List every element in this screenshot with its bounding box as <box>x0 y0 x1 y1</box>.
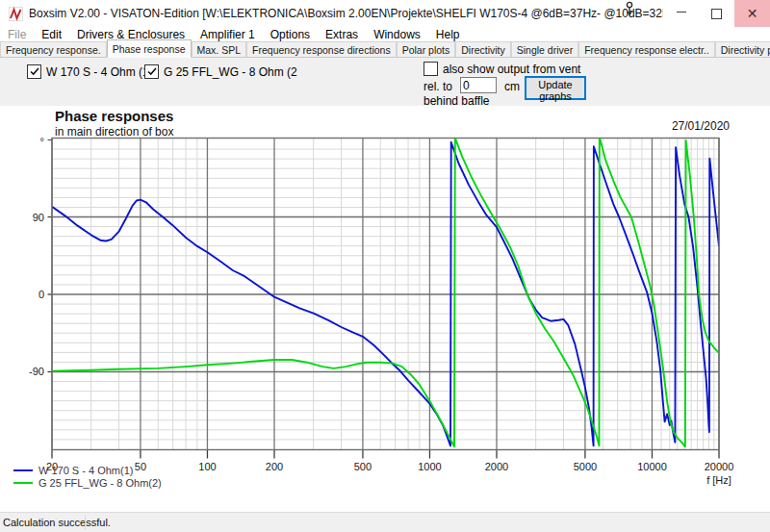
svg-text:5000: 5000 <box>574 461 597 472</box>
update-graphs-button[interactable]: Update graphs <box>525 76 586 100</box>
minimize-button[interactable] <box>663 0 699 27</box>
tab-polar-plots[interactable]: Polar plots <box>397 41 456 57</box>
vent-label: also show output from vent <box>443 63 580 76</box>
app-icon <box>9 7 23 21</box>
svg-text:20000: 20000 <box>705 461 734 472</box>
chart-area: Phase responses in main direction of box… <box>0 106 770 513</box>
menu-item-file[interactable]: File <box>0 28 34 41</box>
maximize-button[interactable] <box>699 0 734 27</box>
rel-to-label: rel. to <box>424 80 452 93</box>
svg-text:10000: 10000 <box>637 461 667 472</box>
driver1-label: W 170 S - 4 Ohm (1) <box>46 65 153 79</box>
svg-text:2000: 2000 <box>485 461 508 472</box>
menu-item-help[interactable]: Help <box>428 28 468 41</box>
svg-text:200: 200 <box>266 461 283 472</box>
tab-directivity-plots[interactable]: Directivity plots <box>715 41 770 57</box>
svg-text:1000: 1000 <box>418 461 441 472</box>
menu-item-extras[interactable]: Extras <box>318 28 366 41</box>
svg-text:-90: -90 <box>29 366 44 377</box>
cm-unit-label: cm <box>504 80 520 93</box>
menu-item-windows[interactable]: Windows <box>366 28 428 41</box>
tab-single-driver[interactable]: Single driver <box>511 41 578 57</box>
status-separator <box>85 516 86 529</box>
chart-title: Phase responses <box>55 108 173 124</box>
driver2-checkbox[interactable]: G 25 FFL_WG - 8 Ohm (2 <box>144 64 297 79</box>
menu-item-edit[interactable]: Edit <box>34 28 69 41</box>
legend-label: W 170 S - 4 Ohm(1) <box>38 465 133 476</box>
tab-max-spl[interactable]: Max. SPL <box>192 41 247 57</box>
legend-item-2: G 25 FFL_WG - 8 Ohm(2) <box>13 477 162 489</box>
phase-response-plot: 20501002005001000200050001000020000900-9… <box>0 106 770 513</box>
status-text: Calculation successful. <box>0 517 111 528</box>
vent-distance-input[interactable] <box>460 77 497 93</box>
checkbox-checked-icon <box>144 64 159 79</box>
legend-item-1: W 170 S - 4 Ohm(1) <box>13 465 133 476</box>
boxsim-window: { "window": { "title": "Boxsim V2.00 - V… <box>0 0 770 532</box>
control-panel: W 170 S - 4 Ohm (1) G 25 FFL_WG - 8 Ohm … <box>0 58 770 106</box>
tab-frequency-response-electr-[interactable]: Frequency response electr.. <box>578 41 715 57</box>
menu-item-options[interactable]: Options <box>263 28 318 41</box>
mouse-cursor-icon <box>624 1 635 16</box>
menu-item-amplifier-1[interactable]: Amplifier 1 <box>192 28 263 41</box>
legend-line-green <box>13 482 33 484</box>
svg-text:90: 90 <box>33 212 44 223</box>
checkbox-checked-icon <box>27 64 41 79</box>
vent-checkbox[interactable]: also show output from vent <box>424 62 580 76</box>
svg-text:100: 100 <box>198 461 216 472</box>
chart-date: 27/01/2020 <box>672 119 730 133</box>
close-button[interactable]: ✕ <box>734 0 770 27</box>
driver1-checkbox[interactable]: W 170 S - 4 Ohm (1) <box>27 64 153 79</box>
svg-text:500: 500 <box>354 461 372 472</box>
tab-bar: Frequency response.Phase responseMax. SP… <box>0 41 770 58</box>
driver2-label: G 25 FFL_WG - 8 Ohm (2 <box>164 65 297 79</box>
svg-text:f [Hz]: f [Hz] <box>706 474 732 486</box>
tab-frequency-response-[interactable]: Frequency response. <box>0 41 107 57</box>
svg-text:50: 50 <box>135 461 146 472</box>
tab-frequency-response-directions[interactable]: Frequency response directions <box>246 41 397 57</box>
title-bar: Boxsim V2.00 - VISATON-Edition [W:\ELEKT… <box>0 0 770 28</box>
svg-text:°: ° <box>40 136 44 147</box>
legend-label: G 25 FFL_WG - 8 Ohm(2) <box>38 477 162 489</box>
legend-line-blue <box>13 469 33 471</box>
chart-subtitle: in main direction of box <box>55 125 173 139</box>
tab-phase-response[interactable]: Phase response <box>107 39 192 58</box>
checkbox-unchecked-icon <box>424 62 438 76</box>
window-title: Boxsim V2.00 - VISATON-Edition [W:\ELEKT… <box>29 7 663 20</box>
svg-text:0: 0 <box>38 289 44 300</box>
tab-directivity[interactable]: Directivity <box>455 41 511 57</box>
status-bar: Calculation successful. <box>0 512 770 532</box>
